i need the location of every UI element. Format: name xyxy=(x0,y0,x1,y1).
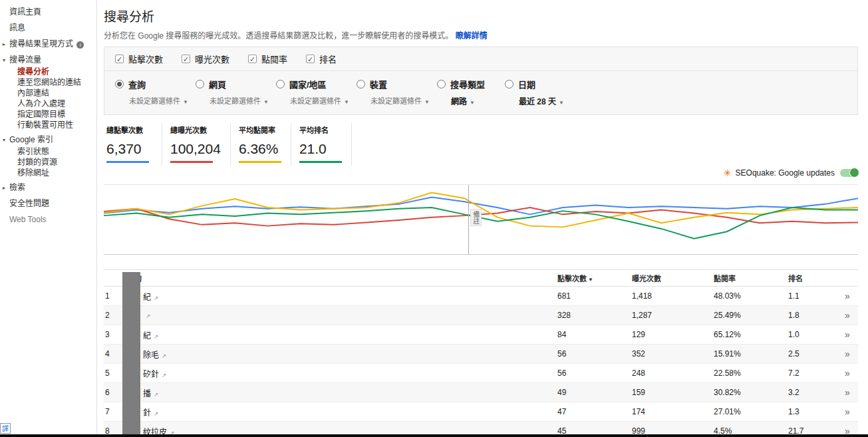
radio-icon[interactable] xyxy=(505,80,513,88)
checkbox-icon[interactable]: ✓ xyxy=(248,55,257,63)
query-text[interactable]: 針 xyxy=(143,408,151,418)
external-link-icon[interactable]: ↗ xyxy=(162,372,167,378)
sidebar-item-security-issues[interactable]: 安全性問題 xyxy=(0,198,96,210)
position-cell: 1.0 xyxy=(788,330,845,339)
ctr-cell: 15.91% xyxy=(714,349,788,359)
ctr-cell: 22.58% xyxy=(714,368,788,378)
dimension-filter-dropdown[interactable]: 未設定篩選條件▼ xyxy=(290,95,357,106)
checkbox-icon[interactable]: ✓ xyxy=(115,55,124,63)
translate-badge[interactable]: 譯 xyxy=(0,423,11,434)
checkbox-icon[interactable]: ✓ xyxy=(306,55,315,63)
metric-toggle-impressions[interactable]: ✓曝光次數 xyxy=(182,53,229,65)
metric-toggle-position[interactable]: ✓排名 xyxy=(306,53,337,65)
query-text[interactable]: 紀 xyxy=(143,293,151,302)
expand-row-button[interactable]: » xyxy=(845,349,858,359)
query-cell[interactable]: ↗ xyxy=(127,311,557,320)
col-clicks[interactable]: 點擊次數▼ xyxy=(557,273,632,283)
external-link-icon[interactable]: ↗ xyxy=(162,353,167,359)
external-link-icon[interactable]: ↗ xyxy=(146,313,151,319)
query-text[interactable]: 播 xyxy=(143,389,151,398)
sidebar-item-international-targeting[interactable]: 指定國際目標 xyxy=(0,110,96,119)
metric-toggle-clicks[interactable]: ✓點擊次數 xyxy=(115,53,163,65)
expand-row-button[interactable]: » xyxy=(845,310,858,321)
sidebar-item-mobile-usability[interactable]: 行動裝置可用性 xyxy=(0,120,96,130)
sidebar-item-label: 搜尋結果呈現方式 xyxy=(9,39,73,49)
external-link-icon[interactable]: ↗ xyxy=(154,295,159,301)
radio-icon[interactable] xyxy=(196,80,204,88)
expand-row-button[interactable]: » xyxy=(845,406,858,417)
query-text[interactable]: 除毛 xyxy=(143,351,159,360)
position-cell: 2.5 xyxy=(788,349,845,359)
radio-icon[interactable] xyxy=(276,80,285,88)
sidebar-item-index-status[interactable]: 索引狀態 xyxy=(0,147,96,156)
dimension-filter-dropdown[interactable]: 未設定篩選條件▼ xyxy=(129,95,196,106)
table-body: 1紀↗6811,41848.03%1.1»2↗3281,28725.49%1.8… xyxy=(104,287,858,437)
expand-row-button[interactable]: » xyxy=(845,387,858,398)
summary-card-label: 平均排名 xyxy=(299,124,342,135)
dimension-radio-pages[interactable]: 網頁 xyxy=(196,78,276,90)
seoquake-toggle[interactable] xyxy=(840,169,858,177)
clicks-cell: 681 xyxy=(557,291,632,301)
dimension-radio-dates[interactable]: 日期 xyxy=(505,78,585,90)
radio-icon[interactable] xyxy=(437,80,446,88)
query-text[interactable]: 紀 xyxy=(143,331,151,341)
summary-card-color-bar xyxy=(106,161,149,163)
page-description: 分析您在 Google 搜尋服務的曝光成效。透過搜尋結果篩選及比較，進一步瞭解使… xyxy=(104,29,868,41)
expand-row-button[interactable]: » xyxy=(845,329,858,340)
query-cell[interactable]: 紀↗ xyxy=(127,291,557,302)
sidebar-item-crawl[interactable]: ▸檢索 xyxy=(0,182,96,194)
expand-row-button[interactable]: » xyxy=(845,368,858,378)
query-cell[interactable]: 針↗ xyxy=(127,406,557,418)
sidebar-item-dashboard[interactable]: 資訊主頁 xyxy=(0,7,96,18)
learn-more-link[interactable]: 瞭解詳情 xyxy=(456,31,488,41)
sidebar-item-google-index[interactable]: ▾Google 索引 xyxy=(0,134,96,146)
sidebar-item-internal-links[interactable]: 內部連結 xyxy=(0,88,96,98)
analytics-line-chart[interactable]: 備註 xyxy=(104,184,858,255)
expand-row-button[interactable]: » xyxy=(845,291,858,301)
external-link-icon[interactable]: ↗ xyxy=(154,391,159,398)
radio-icon[interactable] xyxy=(115,80,124,88)
external-link-icon[interactable]: ↗ xyxy=(154,410,159,417)
query-cell[interactable]: 紀↗ xyxy=(127,329,557,341)
col-position[interactable]: 排名 xyxy=(788,273,845,283)
dimension-radio-queries[interactable]: 查詢 xyxy=(115,78,196,90)
summary-card-value: 100,204 xyxy=(170,141,221,157)
dimension-filter-dropdown[interactable]: 未設定篩選條件▼ xyxy=(210,95,276,106)
sidebar-item-label: 索引狀態 xyxy=(17,147,49,156)
dimension-radio-devices[interactable]: 裝置 xyxy=(357,78,437,90)
impressions-cell: 174 xyxy=(632,407,714,416)
radio-icon[interactable] xyxy=(357,80,365,88)
table-header: 查詢點擊次數▼曝光次數點閱率排名 xyxy=(104,269,858,287)
checkbox-icon[interactable]: ✓ xyxy=(182,55,190,63)
dimension-label: 日期 xyxy=(518,78,535,90)
sidebar-item-remove-urls[interactable]: 移除網址 xyxy=(0,168,96,178)
dimension-radio-countries[interactable]: 國家/地區 xyxy=(276,78,357,90)
seoquake-bar: ✳ SEOquake: Google updates xyxy=(97,167,858,179)
query-text[interactable]: 矽針 xyxy=(143,370,159,379)
dimension-filter-dropdown[interactable]: 最近 28 天▼ xyxy=(519,95,585,106)
chart-annotation-label[interactable]: 備註 xyxy=(470,209,482,226)
sidebar-item-messages[interactable]: 訊息 xyxy=(0,23,96,34)
metric-toggle-ctr[interactable]: ✓點閱率 xyxy=(248,53,287,65)
query-cell[interactable]: 除毛↗ xyxy=(127,349,557,360)
dimension-filter-dropdown[interactable]: 未設定篩選條件▼ xyxy=(370,95,437,106)
query-cell[interactable]: 矽針↗ xyxy=(127,368,557,379)
summary-card-value: 6.36% xyxy=(239,141,281,157)
dimension-filter-dropdown[interactable]: 網路▼ xyxy=(451,95,505,106)
col-impressions[interactable]: 曝光次數 xyxy=(632,273,714,283)
sidebar-item-search-traffic[interactable]: ▾搜尋流量 xyxy=(0,55,96,66)
sidebar-item-blocked-resources[interactable]: 封鎖的資源 xyxy=(0,158,96,167)
sidebar-item-search-analytics[interactable]: 搜尋分析 xyxy=(0,67,96,76)
sidebar-item-label: 搜尋分析 xyxy=(17,67,49,76)
sidebar-item-manual-actions[interactable]: 人為介入處理 xyxy=(0,99,96,108)
sidebar-item-links-to-your-site[interactable]: 連至您網站的連結 xyxy=(0,78,96,87)
dimension-radio-search-type[interactable]: 搜尋類型 xyxy=(437,78,505,90)
sidebar-item-search-appearance[interactable]: ▸搜尋結果呈現方式i xyxy=(0,39,96,50)
sidebar-item-web-tools[interactable]: Web Tools xyxy=(0,214,96,225)
query-cell[interactable]: 播↗ xyxy=(127,387,557,398)
col-ctr[interactable]: 點閱率 xyxy=(714,273,788,283)
col-query[interactable]: 查詢 xyxy=(127,273,557,283)
info-icon[interactable]: i xyxy=(76,41,84,49)
external-link-icon[interactable]: ↗ xyxy=(154,333,159,340)
dimension-search-type: 搜尋類型網路▼ xyxy=(437,78,505,106)
